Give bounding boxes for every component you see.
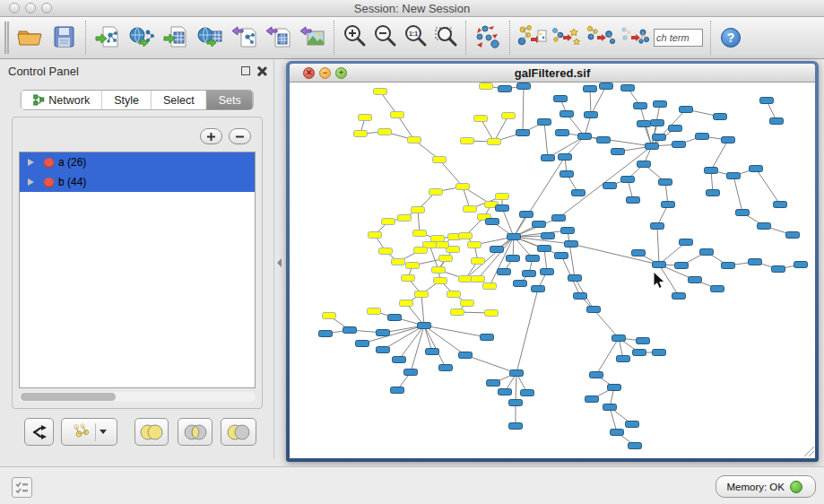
graph-node[interactable] — [637, 338, 650, 344]
graph-node[interactable] — [461, 300, 474, 307]
expander-icon[interactable] — [28, 159, 34, 166]
graph-node[interactable] — [377, 347, 390, 353]
save-session-button[interactable] — [47, 20, 81, 56]
zoom-out-button[interactable] — [369, 20, 400, 56]
graph-node[interactable] — [629, 443, 642, 449]
graph-edge[interactable] — [657, 226, 659, 265]
zoom-actual-size-button[interactable]: 1:1 — [400, 20, 430, 56]
graph-node[interactable] — [621, 85, 635, 91]
network-window-titlebar[interactable]: ✕ − + galFiltered.sif — [290, 64, 815, 83]
graph-node[interactable] — [646, 143, 659, 150]
import-network-file-button[interactable] — [91, 20, 125, 56]
graph-node[interactable] — [359, 115, 372, 121]
tab-style[interactable]: Style — [101, 91, 151, 109]
graph-node[interactable] — [554, 96, 568, 102]
graph-node[interactable] — [675, 263, 689, 269]
graph-node[interactable] — [464, 206, 477, 213]
float-panel-icon[interactable] — [241, 66, 250, 75]
graph-node[interactable] — [480, 83, 493, 90]
graph-node[interactable] — [388, 315, 402, 321]
graph-node[interactable] — [560, 171, 574, 178]
graph-edge[interactable] — [516, 289, 538, 373]
new-network-from-selection-button[interactable] — [515, 20, 549, 56]
graph-node[interactable] — [653, 262, 666, 268]
graph-node[interactable] — [456, 184, 470, 190]
graph-node[interactable] — [590, 372, 603, 378]
graph-node[interactable] — [377, 330, 390, 336]
graph-edge[interactable] — [544, 122, 548, 158]
graph-node[interactable] — [369, 232, 382, 239]
union-button[interactable] — [134, 418, 169, 446]
graph-node[interactable] — [651, 223, 664, 230]
graph-edge[interactable] — [399, 326, 424, 360]
graph-node[interactable] — [555, 253, 568, 259]
graph-node[interactable] — [429, 189, 443, 196]
graph-edge[interactable] — [424, 326, 487, 337]
graph-node[interactable] — [603, 183, 617, 189]
graph-edge[interactable] — [711, 140, 728, 170]
graph-node[interactable] — [426, 349, 439, 355]
graph-node[interactable] — [662, 202, 675, 208]
graph-node[interactable] — [680, 107, 693, 113]
graph-node[interactable] — [509, 400, 523, 406]
graph-node[interactable] — [786, 232, 800, 239]
graph-node[interactable] — [722, 263, 735, 269]
graph-edge[interactable] — [571, 244, 659, 265]
tab-sets[interactable]: Sets — [206, 91, 253, 109]
graph-node[interactable] — [402, 275, 415, 282]
splitter-collapse-icon[interactable] — [277, 258, 282, 267]
graph-node[interactable] — [436, 242, 449, 248]
graph-node[interactable] — [412, 207, 425, 213]
graph-node[interactable] — [611, 430, 624, 436]
graph-node[interactable] — [600, 83, 613, 90]
graph-node[interactable] — [521, 390, 534, 396]
graph-node[interactable] — [568, 275, 582, 282]
graph-node[interactable] — [634, 103, 647, 109]
graph-node[interactable] — [608, 385, 621, 391]
graph-node[interactable] — [578, 134, 592, 140]
create-set-from-network-button[interactable] — [61, 418, 117, 446]
graph-node[interactable] — [750, 166, 763, 172]
graph-node[interactable] — [584, 86, 597, 92]
graph-node[interactable] — [653, 350, 666, 356]
graph-node[interactable] — [621, 177, 635, 183]
network-canvas[interactable] — [290, 83, 815, 458]
task-history-button[interactable] — [12, 477, 32, 498]
graph-edge[interactable] — [429, 245, 438, 270]
graph-node[interactable] — [468, 242, 481, 248]
graph-node[interactable] — [559, 154, 572, 161]
export-table-button[interactable] — [261, 20, 295, 56]
graph-node[interactable] — [502, 113, 516, 119]
toolbar-drag-handle[interactable] — [4, 22, 9, 54]
graph-node[interactable] — [498, 269, 511, 275]
graph-node[interactable] — [406, 263, 420, 269]
split-set-button[interactable] — [24, 418, 54, 446]
graph-node[interactable] — [585, 112, 598, 118]
graph-node[interactable] — [542, 155, 555, 161]
graph-node[interactable] — [700, 249, 714, 256]
network-view-window[interactable]: ✕ − + galFiltered.sif — [286, 61, 819, 462]
set-row-b[interactable]: b (44) — [20, 172, 255, 192]
close-panel-icon[interactable] — [256, 65, 267, 76]
graph-node[interactable] — [499, 389, 512, 395]
graph-node[interactable] — [507, 256, 520, 262]
import-network-web-button[interactable] — [125, 20, 159, 56]
graph-node[interactable] — [398, 215, 412, 222]
graph-node[interactable] — [770, 118, 784, 125]
graph-edge[interactable] — [424, 326, 446, 368]
graph-node[interactable] — [496, 194, 509, 200]
set-row-a[interactable]: a (26) — [20, 152, 255, 172]
graph-node[interactable] — [520, 212, 533, 218]
graph-node[interactable] — [659, 179, 672, 186]
graph-edge[interactable] — [590, 89, 591, 115]
graph-node[interactable] — [626, 421, 639, 428]
graph-node[interactable] — [680, 239, 693, 246]
memory-status-button[interactable]: Memory: OK — [716, 475, 816, 498]
graph-node[interactable] — [439, 365, 453, 371]
apply-layout-button[interactable] — [471, 20, 505, 56]
graph-node[interactable] — [523, 271, 536, 277]
resize-grip-icon[interactable] — [804, 447, 814, 456]
export-network-button[interactable] — [227, 20, 261, 56]
graph-node[interactable] — [669, 126, 682, 132]
unhide-all-button[interactable] — [617, 20, 651, 56]
